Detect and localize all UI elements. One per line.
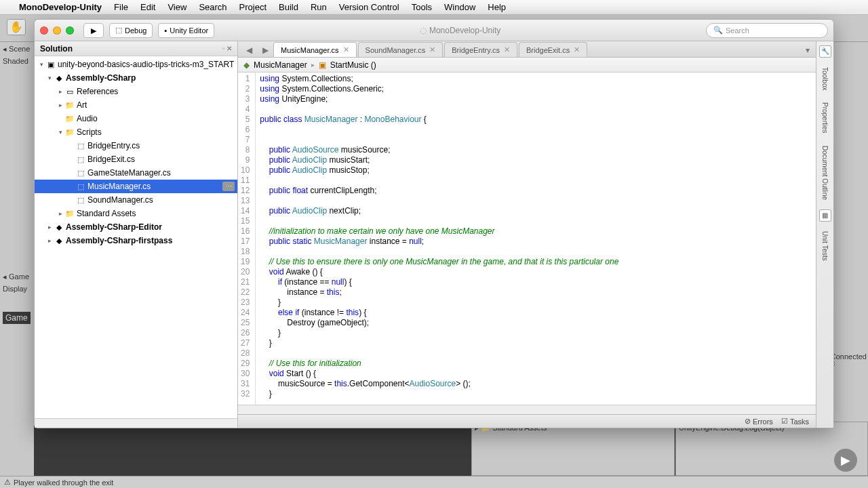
method-icon: ▣ bbox=[319, 60, 326, 70]
editor-scrollbar[interactable] bbox=[238, 405, 816, 414]
solution-header[interactable]: Solution ▫ ✕ bbox=[35, 41, 237, 56]
editor-tab[interactable]: MusicManager.cs✕ bbox=[273, 42, 357, 57]
toolbox-tab[interactable]: Toolbox bbox=[821, 64, 829, 93]
tree-item-icon: ⬚ bbox=[75, 169, 86, 178]
tree-item[interactable]: ▾📁Scripts bbox=[35, 125, 237, 139]
breadcrumb-member[interactable]: StartMusic () bbox=[330, 60, 376, 70]
solution-tree[interactable]: ▾▣unity-beyond-basics-audio-tips-tricks-… bbox=[35, 56, 237, 418]
tree-item[interactable]: ⬚SoundManager.cs bbox=[35, 193, 237, 207]
zoom-window-icon[interactable] bbox=[66, 26, 74, 35]
toolbox-icon[interactable]: 🔧 bbox=[819, 45, 831, 58]
unity-play-button-icon[interactable]: ▶ bbox=[834, 449, 857, 472]
unity-game-tab[interactable]: ◂ Game bbox=[3, 272, 29, 281]
chevron-right-icon: ▸ bbox=[311, 61, 315, 68]
unity-scene-tab[interactable]: ◂ Scene bbox=[3, 45, 30, 54]
tree-item-icon: ⬚ bbox=[75, 182, 86, 191]
close-tab-icon[interactable]: ✕ bbox=[343, 45, 349, 54]
search-input[interactable]: 🔍Search bbox=[706, 23, 828, 38]
minimize-window-icon[interactable] bbox=[53, 26, 61, 35]
menu-build[interactable]: Build bbox=[279, 2, 298, 12]
errors-tab[interactable]: ⊘Errors bbox=[745, 417, 773, 426]
bug-icon: ⬚ bbox=[115, 26, 122, 35]
editor-statusbar: ⊘Errors ☑Tasks bbox=[238, 414, 816, 428]
editor-tabstrip[interactable]: ◀ ▶ MusicManager.cs✕SoundManager.cs✕Brid… bbox=[238, 41, 816, 58]
tab-overflow-icon[interactable]: ▾ bbox=[800, 43, 816, 57]
tree-item[interactable]: ▸📁Art bbox=[35, 98, 237, 112]
menu-window[interactable]: Window bbox=[444, 2, 475, 12]
close-tab-icon[interactable]: ✕ bbox=[574, 45, 580, 54]
tasks-tab[interactable]: ☑Tasks bbox=[781, 417, 809, 426]
properties-tab[interactable]: Properties bbox=[821, 100, 829, 136]
target-icon: ▪ bbox=[164, 26, 167, 35]
class-icon: ◆ bbox=[243, 60, 250, 70]
tree-item-icon: ◆ bbox=[54, 237, 64, 245]
monodevelop-window: ▶ ⬚Debug ▪Unity Editor ◌MonoDevelop-Unit… bbox=[34, 19, 834, 428]
tree-item[interactable]: ⬚BridgeExit.cs bbox=[35, 152, 237, 166]
tasks-icon: ☑ bbox=[781, 417, 788, 426]
breadcrumb-class[interactable]: MusicManager bbox=[254, 60, 307, 70]
menu-run[interactable]: Run bbox=[311, 2, 327, 12]
active-file-badge: ⋯ bbox=[222, 182, 235, 191]
tree-item-icon: ◆ bbox=[54, 223, 64, 232]
panel-controls[interactable]: ▫ ✕ bbox=[222, 45, 232, 52]
editor-tab[interactable]: SoundManager.cs✕ bbox=[358, 42, 443, 57]
mac-menubar[interactable]: MonoDevelop-Unity File Edit View Search … bbox=[0, 0, 868, 15]
tree-item[interactable]: ⬚BridgeEntry.cs bbox=[35, 139, 237, 152]
tree-item[interactable]: ▸◆Assembly-CSharp-firstpass bbox=[35, 234, 237, 247]
document-outline-tab[interactable]: Document Outline bbox=[821, 143, 829, 203]
tree-item-icon: 📁 bbox=[64, 209, 75, 218]
unit-tests-icon[interactable]: ▦ bbox=[819, 209, 831, 222]
code-editor[interactable]: 1234567891011121314151617181920212223242… bbox=[238, 73, 816, 405]
solution-panel: Solution ▫ ✕ ▾▣unity-beyond-basics-audio… bbox=[35, 41, 238, 428]
nav-forward-icon[interactable]: ▶ bbox=[257, 43, 273, 57]
target-select[interactable]: ▪Unity Editor bbox=[158, 23, 214, 38]
menu-search[interactable]: Search bbox=[199, 2, 226, 12]
tree-item[interactable]: ▾◆Assembly-CSharp bbox=[35, 71, 237, 85]
close-window-icon[interactable] bbox=[40, 26, 48, 35]
solution-scrollbar[interactable] bbox=[35, 418, 237, 428]
menu-edit[interactable]: Edit bbox=[140, 2, 155, 12]
breadcrumb[interactable]: ◆ MusicManager ▸ ▣ StartMusic () bbox=[238, 58, 816, 73]
close-tab-icon[interactable]: ✕ bbox=[504, 45, 510, 54]
right-tool-rail: 🔧 Toolbox Properties Document Outline ▦ … bbox=[816, 41, 833, 428]
tree-item-icon: ⬚ bbox=[75, 155, 86, 164]
warning-icon: ⚠ bbox=[4, 478, 11, 487]
titlebar-title: ◌MonoDevelop-Unity bbox=[220, 26, 701, 35]
unit-tests-tab[interactable]: Unit Tests bbox=[821, 228, 829, 264]
close-tab-icon[interactable]: ✕ bbox=[429, 45, 435, 54]
run-button[interactable]: ▶ bbox=[83, 23, 104, 38]
editor-tab[interactable]: BridgeEntry.cs✕ bbox=[444, 42, 517, 57]
solution-root[interactable]: ▾▣unity-beyond-basics-audio-tips-tricks-… bbox=[35, 58, 237, 71]
menu-project[interactable]: Project bbox=[239, 2, 267, 12]
tree-item[interactable]: ⬚MusicManager.cs⋯ bbox=[35, 180, 237, 193]
unity-display-dropdown[interactable]: Display bbox=[3, 285, 27, 293]
tree-item[interactable]: ▸▭References bbox=[35, 85, 237, 98]
tree-item[interactable]: ▸📁Standard Assets bbox=[35, 207, 237, 220]
unity-status-message: Player walked through the exit bbox=[14, 479, 113, 487]
unity-project-folder[interactable]: ▸ 📁 Standard Assets bbox=[471, 422, 675, 476]
tree-item[interactable]: ▸◆Assembly-CSharp-Editor bbox=[35, 220, 237, 234]
tree-item[interactable]: 📁Audio bbox=[35, 112, 237, 125]
menu-help[interactable]: Help bbox=[488, 2, 506, 12]
menu-tools[interactable]: Tools bbox=[412, 2, 432, 12]
unity-game-label: Game bbox=[3, 312, 31, 324]
nav-back-icon[interactable]: ◀ bbox=[241, 43, 257, 57]
window-titlebar[interactable]: ▶ ⬚Debug ▪Unity Editor ◌MonoDevelop-Unit… bbox=[35, 20, 833, 41]
app-name[interactable]: MonoDevelop-Unity bbox=[19, 2, 102, 12]
editor-tab[interactable]: BridgeExit.cs✕ bbox=[519, 42, 587, 57]
tree-item-icon: 📁 bbox=[64, 128, 75, 137]
menu-file[interactable]: File bbox=[114, 2, 128, 12]
code-content[interactable]: using System.Collections;using System.Co… bbox=[256, 73, 618, 405]
spinner-icon: ◌ bbox=[420, 26, 427, 35]
menu-version-control[interactable]: Version Control bbox=[339, 2, 399, 12]
tree-item-icon: ⬚ bbox=[75, 142, 86, 150]
menu-view[interactable]: View bbox=[167, 2, 186, 12]
unity-hand-tool-icon[interactable]: ✋ bbox=[7, 19, 26, 35]
unity-shaded-dropdown[interactable]: Shaded bbox=[3, 57, 28, 65]
tree-item[interactable]: ⬚GameStateManager.cs bbox=[35, 166, 237, 180]
tree-item-icon: ◆ bbox=[54, 74, 64, 83]
tree-item-icon: 📁 bbox=[64, 101, 75, 110]
unity-left-panel: ◂ Scene Shaded ◂ Game Display Game bbox=[0, 42, 34, 488]
tree-item-icon: 📁 bbox=[64, 115, 75, 123]
configuration-select[interactable]: ⬚Debug bbox=[109, 23, 153, 38]
